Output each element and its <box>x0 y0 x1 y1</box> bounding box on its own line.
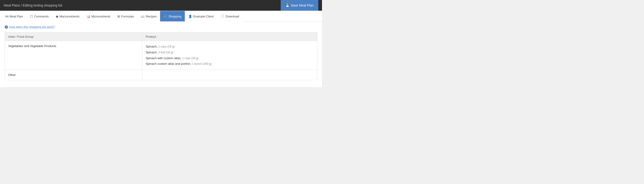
recipes-icon: 📖 <box>141 15 144 18</box>
product-qty: 1 bunch (340 g) <box>192 62 212 65</box>
product-name: Spinach, <box>146 50 158 54</box>
row-aisle-other: Other <box>5 70 142 80</box>
save-meal-plan-button[interactable]: 💾 Save Meal Plan <box>281 0 318 11</box>
tab-formulas[interactable]: ⊞ Formulas <box>114 11 137 21</box>
main-content: i How does this shopping list work? Aisl… <box>0 21 322 87</box>
product-name: Spinach with custom alias, <box>146 56 182 60</box>
product-qty: 3 leaf (30 g) <box>158 51 173 54</box>
save-meal-plan-label: Save Meal Plan <box>291 3 314 7</box>
column-header-aisle: Aisle / Food Group <box>5 33 142 41</box>
tab-macronutrients-label: Macronutrients <box>60 15 80 18</box>
shopping-info-link-text: How does this shopping list work? <box>9 25 55 29</box>
list-item: Spinach, 3 leaf (30 g) <box>146 50 314 55</box>
row-products-other <box>142 70 317 80</box>
column-header-product: Product <box>142 33 317 41</box>
tab-meal-plan-label: Meal Plan <box>10 15 23 18</box>
row-products-vegetables: Spinach, 1 cups (29 g) Spinach, 3 leaf (… <box>142 41 317 70</box>
meal-plan-icon: 🍽 <box>5 15 8 18</box>
list-item: Spinach, 1 cups (29 g) <box>146 44 314 49</box>
product-qty: 1 cups (29 g) <box>158 45 174 48</box>
tab-example-client-label: Example Client <box>193 15 214 18</box>
list-item: Spinach custom alias and portion, 1 bunc… <box>146 61 314 66</box>
tab-macronutrients[interactable]: ◉ Macronutrients <box>52 11 83 21</box>
macronutrients-icon: ◉ <box>56 15 58 18</box>
tab-formulas-label: Formulas <box>121 15 134 18</box>
shopping-table: Aisle / Food Group Product Vegetables an… <box>5 32 317 80</box>
list-item: Spinach with custom alias, 1 cups (29 g) <box>146 56 314 61</box>
top-header: Meal Plans / Editing testing shopping li… <box>0 0 322 11</box>
tab-example-client[interactable]: 👤 Example Client <box>185 11 217 21</box>
aisle-label: Other <box>8 73 16 77</box>
tab-bar: 🍽 Meal Plan ☐ Comments ◉ Macronutrients … <box>0 11 322 21</box>
product-name: Spinach custom alias and portion, <box>146 62 192 65</box>
tab-comments-label: Comments <box>34 15 49 18</box>
example-client-icon: 👤 <box>188 15 192 18</box>
product-name: Spinach, <box>146 45 158 48</box>
download-icon: 📄 <box>221 15 224 18</box>
comments-icon: ☐ <box>30 15 33 18</box>
tab-micronutrients-label: Micronutrients <box>92 15 110 18</box>
info-icon: i <box>5 25 8 29</box>
row-aisle-vegetables: Vegetables and Vegetable Products <box>5 41 142 70</box>
tab-comments[interactable]: ☐ Comments <box>26 11 52 21</box>
tab-shopping[interactable]: 🛒 Shopping <box>160 11 185 21</box>
breadcrumb: Meal Plans / Editing testing shopping li… <box>4 3 62 7</box>
product-qty: 1 cups (29 g) <box>182 57 198 60</box>
formulas-icon: ⊞ <box>117 15 120 18</box>
micronutrients-icon: 📊 <box>86 15 90 18</box>
table-row: Other <box>5 70 317 80</box>
tab-download[interactable]: 📄 Download <box>217 11 243 21</box>
aisle-label: Vegetables and Vegetable Products <box>8 44 56 48</box>
tab-recipes-label: Recipes <box>146 15 156 18</box>
tab-meal-plan[interactable]: 🍽 Meal Plan <box>2 11 26 21</box>
shopping-icon: 🛒 <box>164 15 167 18</box>
shopping-info-link[interactable]: i How does this shopping list work? <box>5 25 317 29</box>
tab-micronutrients[interactable]: 📊 Micronutrients <box>83 11 114 21</box>
tab-shopping-label: Shopping <box>168 15 181 18</box>
table-header-row: Aisle / Food Group Product <box>5 33 317 41</box>
table-row: Vegetables and Vegetable Products Spinac… <box>5 41 317 70</box>
save-icon: 💾 <box>285 3 289 7</box>
tab-download-label: Download <box>226 15 239 18</box>
tab-recipes[interactable]: 📖 Recipes <box>137 11 160 21</box>
